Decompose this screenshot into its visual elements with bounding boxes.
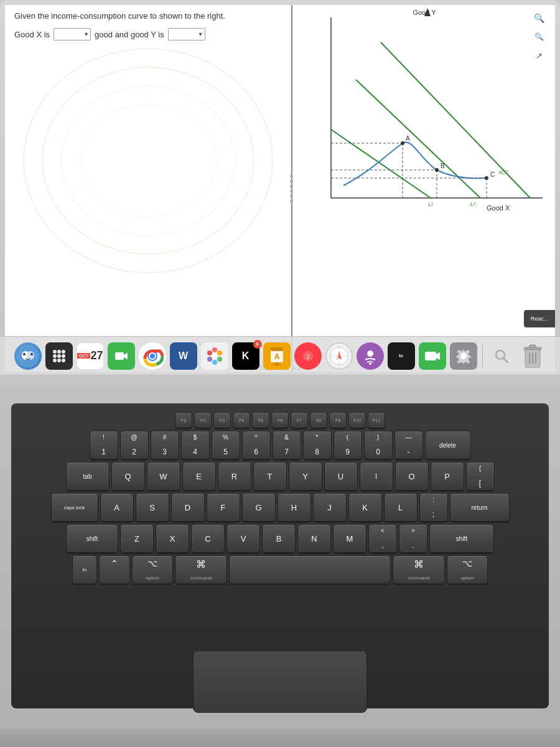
key-e[interactable]: E	[182, 462, 216, 491]
key-lt-comma[interactable]: <,	[368, 524, 397, 553]
key-c[interactable]: C	[191, 524, 225, 553]
key-v[interactable]: V	[226, 524, 260, 553]
key-ctrl[interactable]: ⌃	[99, 555, 130, 584]
key-excl-1[interactable]: !1	[90, 431, 118, 459]
key-f[interactable]: F	[207, 493, 240, 522]
key-shift-right[interactable]: shift	[429, 524, 494, 553]
svg-text:♪: ♪	[306, 351, 310, 361]
key-r[interactable]: R	[218, 462, 251, 491]
key-at-2[interactable]: @2	[120, 431, 149, 459]
key-return[interactable]: return	[450, 493, 510, 522]
key-delete[interactable]: delete	[425, 431, 471, 459]
key-s[interactable]: S	[136, 493, 169, 522]
key-b[interactable]: B	[262, 524, 296, 553]
f11-label: F11	[373, 418, 380, 423]
dock-item-photos[interactable]	[201, 342, 228, 370]
key-g[interactable]: G	[242, 493, 276, 522]
svg-point-55	[207, 357, 212, 362]
dot4	[290, 190, 293, 193]
key-q[interactable]: Q	[111, 462, 145, 491]
zoom-in-icon[interactable]: 🔍	[532, 30, 546, 44]
key-h[interactable]: H	[278, 493, 311, 522]
key-a[interactable]: A	[100, 493, 134, 522]
key-u[interactable]: U	[324, 462, 358, 491]
key-f5[interactable]: F5	[252, 412, 269, 428]
touchpad[interactable]	[193, 651, 367, 713]
key-minus-dash[interactable]: —-	[394, 431, 423, 459]
dropdown2-wrapper[interactable]: normal inferior luxury ▼	[168, 28, 205, 40]
key-command-left[interactable]: ⌘ command	[175, 555, 227, 584]
svg-text:Good X: Good X	[487, 204, 510, 212]
key-f9[interactable]: F9	[329, 412, 347, 428]
good-y-dropdown[interactable]: normal inferior luxury	[168, 28, 205, 40]
dock-item-safari[interactable]	[325, 342, 353, 370]
laptop-bottom-bar	[0, 728, 560, 747]
good-x-dropdown[interactable]: normal inferior luxury	[54, 28, 91, 40]
dock-item-appletv[interactable]: tv	[388, 342, 415, 370]
dock-item-spotlight[interactable]	[488, 342, 515, 370]
key-n[interactable]: N	[297, 524, 331, 553]
dock-item-launchpad[interactable]	[45, 342, 73, 370]
key-semicolon[interactable]: :;	[419, 493, 448, 522]
key-fn-bottom[interactable]: fn	[72, 555, 97, 584]
key-shift-left[interactable]: shift	[66, 524, 118, 553]
key-f2[interactable]: F2	[194, 412, 212, 428]
key-hash-3[interactable]: #3	[151, 431, 179, 459]
svg-text:C: C	[490, 171, 495, 178]
dock-item-word[interactable]: W	[170, 342, 197, 370]
key-m[interactable]: M	[333, 524, 366, 553]
dock-item-keynote[interactable]: A	[263, 342, 291, 370]
key-j[interactable]: J	[313, 493, 347, 522]
key-caps-lock[interactable]: caps lock	[51, 493, 98, 522]
search-icon[interactable]: 🔍	[532, 11, 546, 25]
dock-item-k[interactable]: 6 K	[232, 342, 259, 370]
dock-item-calendar[interactable]: OCT 27	[77, 342, 104, 370]
key-rpar-0[interactable]: )0	[364, 431, 393, 459]
key-f11[interactable]: F11	[368, 412, 385, 428]
dock-item-finder[interactable]	[14, 342, 42, 370]
key-space[interactable]	[229, 555, 391, 584]
key-f7[interactable]: F7	[291, 412, 308, 428]
dock-item-chrome[interactable]	[139, 342, 166, 370]
key-f8[interactable]: F8	[310, 412, 327, 428]
external-link-icon[interactable]: ↗	[532, 49, 546, 62]
dock-item-settings[interactable]	[450, 342, 477, 370]
key-o[interactable]: O	[395, 462, 429, 491]
key-dollar-4[interactable]: $4	[181, 431, 210, 459]
key-y[interactable]: Y	[289, 462, 322, 491]
key-z[interactable]: Z	[120, 524, 154, 553]
dock-item-facetime[interactable]	[108, 342, 135, 370]
key-pct-5[interactable]: %5	[212, 431, 240, 459]
key-amp-7[interactable]: &7	[273, 431, 301, 459]
key-x[interactable]: X	[156, 524, 189, 553]
key-ast-8[interactable]: *8	[303, 431, 332, 459]
key-t[interactable]: T	[253, 462, 287, 491]
react-button[interactable]: Reac...	[524, 310, 555, 327]
dropdown1-wrapper[interactable]: normal inferior luxury ▼	[54, 28, 91, 40]
key-i[interactable]: I	[360, 462, 393, 491]
key-command-right[interactable]: ⌘ command	[393, 555, 445, 584]
key-w[interactable]: W	[147, 462, 180, 491]
svg-text:A: A	[274, 352, 279, 361]
svg-rect-62	[273, 364, 281, 365]
dock-item-trash[interactable]	[519, 342, 546, 370]
key-d[interactable]: D	[171, 493, 205, 522]
dock-item-podcast[interactable]	[357, 342, 384, 370]
key-lpar-9[interactable]: (9	[334, 431, 362, 459]
key-f1[interactable]: F1	[175, 412, 192, 428]
key-k[interactable]: K	[348, 493, 382, 522]
key-f6[interactable]: F6	[271, 412, 289, 428]
dock-item-itunes[interactable]: ♪	[294, 342, 322, 370]
key-option-right[interactable]: ⌥ option	[447, 555, 488, 584]
key-f4[interactable]: F4	[233, 412, 250, 428]
key-gt-period[interactable]: >.	[399, 524, 427, 553]
dock-item-camera[interactable]	[419, 342, 446, 370]
key-p[interactable]: P	[431, 462, 464, 491]
key-option-left[interactable]: ⌥ option	[132, 555, 173, 584]
key-l[interactable]: L	[384, 493, 418, 522]
key-caret-6[interactable]: ^6	[242, 431, 271, 459]
key-f10[interactable]: F10	[348, 412, 366, 428]
key-tab[interactable]: tab	[66, 462, 110, 491]
key-lbracket[interactable]: {[	[466, 462, 495, 491]
key-f3[interactable]: F3	[213, 412, 231, 428]
